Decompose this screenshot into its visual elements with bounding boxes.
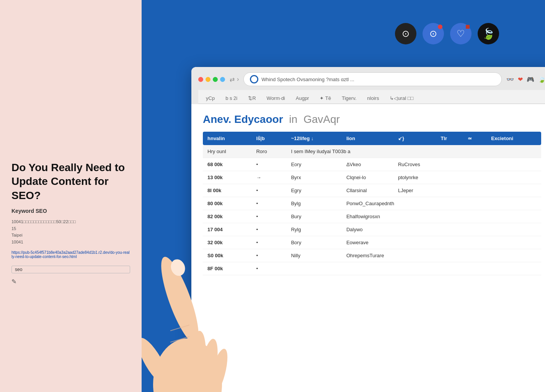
nav-controls: ⇄ › <box>230 76 239 83</box>
meta-block: 10041□□□□□□□□□□□□□50□22□□□ 15 Taipei 100… <box>11 219 130 245</box>
browser-ext-icons: 👓 ❤ 🎮 🍃 <box>506 76 545 83</box>
row5-col3: Ehalfowigrosxn <box>342 210 541 223</box>
row3-num: 8I 00k <box>203 184 251 197</box>
headline-part2: in <box>289 113 297 125</box>
svg-point-2 <box>142 334 174 389</box>
row1-col3: ΔVkeo <box>342 158 393 171</box>
address-bar[interactable]: Whind Spotech Ovsamoning ?mats αztl ... <box>243 72 502 86</box>
svg-line-6 <box>170 325 189 331</box>
left-panel: Do You Really Need to Update Content for… <box>0 0 142 392</box>
headline-part1: Anev. Edycaoor <box>203 113 283 125</box>
row2-col2: Byrx <box>286 171 341 184</box>
row8-col2: Nilly <box>286 249 341 262</box>
article-url[interactable]: https://pub-5c454f571b8e40a3a2aad27ade84… <box>11 250 130 259</box>
row1-col2: Eory <box>286 158 341 171</box>
tab-ural[interactable]: ↳◁ural □□ <box>388 93 415 103</box>
edit-icon[interactable]: ✎ <box>11 278 130 285</box>
row6-col3: Dalywo <box>342 223 541 236</box>
ext-icon-2[interactable]: ❤ <box>518 76 523 83</box>
address-text: Whind Spotech Ovsamoning ?mats αztl ... <box>261 77 495 82</box>
browser-window: ⇄ › Whind Spotech Ovsamoning ?mats αztl … <box>191 67 545 392</box>
row1-col4: RuCroves <box>393 158 541 171</box>
table-row: 80 00k • Bylg PonwO_Caurapednth <box>203 197 541 210</box>
icon4-symbol: 🍃 <box>482 28 495 40</box>
row6-num: 17 004 <box>203 223 251 236</box>
article-title: Do You Really Need to Update Content for… <box>11 161 130 203</box>
row4-num: 80 00k <box>203 197 251 210</box>
row7-num: 32 00k <box>203 236 251 249</box>
meta-line4: 10041 <box>11 239 130 246</box>
browser-icon-3: ♡ <box>450 23 472 44</box>
tl-green[interactable] <box>213 77 218 82</box>
headline-part3: GavAqr <box>304 113 340 125</box>
ext-icon-1[interactable]: 👓 <box>506 76 514 83</box>
ext-icon-3[interactable]: 🎮 <box>527 76 534 83</box>
row7-arrow: • <box>251 236 286 249</box>
row8-col3: OhrepemsTurare <box>342 249 541 262</box>
row6-col2: Rylg <box>286 223 341 236</box>
red-dot <box>466 25 470 29</box>
table-row: 17 004 • Rylg Dalywo <box>203 223 541 236</box>
browser-chrome: ⇄ › Whind Spotech Ovsamoning ?mats αztl … <box>191 67 545 104</box>
page-content: Anev. Edycaoor in GavAqr hnvalin ls̈|b ~… <box>191 104 545 284</box>
row3-col2: Egry <box>286 184 341 197</box>
row3-arrow: • <box>251 184 286 197</box>
ext-icon-4[interactable]: 🍃 <box>538 76 545 83</box>
tab-ycp[interactable]: yCp <box>204 93 216 103</box>
tl-yellow[interactable] <box>206 77 210 82</box>
th-tlr: Tlr <box>436 132 463 145</box>
th-hnvalin: hnvalin <box>203 132 251 145</box>
seo-tag[interactable]: seo <box>11 266 130 273</box>
tl-blue[interactable] <box>220 77 225 82</box>
forward-button[interactable]: › <box>237 76 239 83</box>
browser-icon-4: 🍃 <box>478 23 499 44</box>
row7-col2: Bory <box>286 236 341 249</box>
meta-line3: Taipei <box>11 232 130 239</box>
back-button[interactable]: ⇄ <box>230 76 235 83</box>
th-empty <box>420 132 436 145</box>
row2-arrow: → <box>251 171 286 184</box>
table-row: 8I 00k • Egry Cllarsinal LJeper <box>203 184 541 197</box>
tl-red[interactable] <box>198 77 203 82</box>
row1-arrow: • <box>251 158 286 171</box>
browser-tabbar: yCp b s 2i ⇅R Worm·di Augpr ✦ Tē Tigerv.… <box>198 90 545 104</box>
tab-nloirs[interactable]: nloirs <box>366 93 380 103</box>
page-headline: Anev. Edycaoor in GavAqr <box>203 113 541 126</box>
sub-col3: I sem IMey iludyai T003b a <box>286 145 541 158</box>
tab-tigenv[interactable]: Tigerv. <box>340 93 358 103</box>
row2-num: 13 00k <box>203 171 251 184</box>
th-tilde: ≃ <box>463 132 486 145</box>
tab-te[interactable]: ✦ Tē <box>318 93 333 103</box>
sub-col2: Roro <box>251 145 286 158</box>
meta-line2: 15 <box>11 225 130 232</box>
row1-num: 68 00k <box>203 158 251 171</box>
row9-rest <box>286 262 541 275</box>
tab-r[interactable]: ⇅R <box>246 93 257 103</box>
icon2-symbol: ⊙ <box>429 28 437 39</box>
meta-line1: 10041□□□□□□□□□□□□□50□22□□□ <box>11 219 130 225</box>
row4-col2: Bylg <box>286 197 341 210</box>
table-row: 13 00k → Byrx Clqnei-lo ptolynrke <box>203 171 541 184</box>
top-icon-cluster: ⊙ ⊙ ♡ 🍃 <box>395 23 499 44</box>
table-row: 82 00k • Bury Ehalfowigrosxn <box>203 210 541 223</box>
row8-num: S0 00k <box>203 249 251 262</box>
table-row: 32 00k • Bory Eowerave <box>203 236 541 249</box>
right-panel: ⊙ ⊙ ♡ 🍃 ⇄ › <box>142 0 545 392</box>
browser-icon-1: ⊙ <box>395 23 416 44</box>
th-excietoni: Excietoni <box>486 132 541 145</box>
row6-arrow: • <box>251 223 286 236</box>
row5-num: 82 00k <box>203 210 251 223</box>
tab-bs2i[interactable]: b s 2i <box>224 93 239 103</box>
tab-augpr[interactable]: Augpr <box>294 93 311 103</box>
table-row: 68 00k • Eory ΔVkeo RuCroves <box>203 158 541 171</box>
th-lion: lion <box>342 132 393 145</box>
th-lstb: ls̈|b <box>251 132 286 145</box>
tab-wormdi[interactable]: Worm·di <box>265 93 287 103</box>
row7-col3: Eowerave <box>342 236 541 249</box>
table-header-row: hnvalin ls̈|b ~12lifeg ↓ lion ↙} Tlr ≃ E… <box>203 132 541 145</box>
table-sub-header: Hry ounI Roro I sem IMey iludyai T003b a <box>203 145 541 158</box>
table-row: S0 00k • Nilly OhrepemsTurare <box>203 249 541 262</box>
svg-point-9 <box>169 257 188 278</box>
sub-col1: Hry ounI <box>203 145 251 158</box>
keyword-label: Keyword SEO <box>11 208 130 214</box>
